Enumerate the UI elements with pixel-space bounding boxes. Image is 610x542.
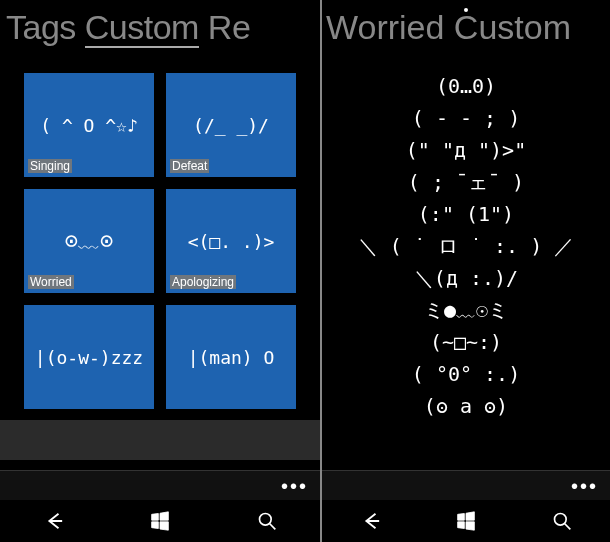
list-item[interactable]: (0…0) [322,70,610,102]
kaomoji-list: (0…0) ( - - ; ) (" "д ")>" ( ; ¯ェ¯ ) (:"… [322,70,610,422]
start-button[interactable] [446,501,486,541]
tile-apologizing[interactable]: <(□. .)> Apologizing [166,189,296,293]
emoticon: |(man) O [188,347,275,368]
list-item[interactable]: (~□~:) [322,326,610,358]
svg-line-3 [565,524,571,530]
list-item[interactable]: ミ●﹏☉ミ [322,294,610,326]
left-pane: Tags Custom Re ( ^ O ^☆♪ Singing (/_ _)/… [0,0,320,542]
tab-recent[interactable]: Re [199,8,250,46]
svg-line-1 [269,524,275,530]
app-bar[interactable]: ••• [0,470,320,500]
tile-worried[interactable]: ⊙﹏⊙ Worried [24,189,154,293]
windows-icon [456,511,476,531]
search-icon [552,511,572,531]
list-item[interactable]: ＼(д :.)/ [322,262,610,294]
tile-man[interactable]: |(man) O [166,305,296,409]
search-icon [257,511,277,531]
nav-bar-right [322,500,610,542]
emoticon: (/_ _)/ [193,115,269,136]
back-button[interactable] [350,501,390,541]
nav-bar [0,500,320,542]
list-item[interactable]: ( ; ¯ェ¯ ) [322,166,610,198]
svg-point-2 [555,514,567,526]
back-button[interactable] [33,501,73,541]
app-bar-right[interactable]: ••• [322,470,610,500]
list-item[interactable]: ＼ ( ˙ ロ ˙ :. ) ／ [322,230,610,262]
tile-label: Defeat [170,159,209,173]
tile-label: Singing [28,159,72,173]
list-item[interactable]: (:" (1") [322,198,610,230]
more-icon[interactable]: ••• [571,481,598,491]
search-button[interactable] [247,501,287,541]
status-dot [464,8,468,12]
emoticon: <(□. .)> [188,231,275,252]
start-button[interactable] [140,501,180,541]
tile-sleeping[interactable]: |(o-w-)zzz [24,305,154,409]
right-pane: Worried Custom (0…0) ( - - ; ) (" "д ")>… [322,0,610,542]
emoticon: ( ^ O ^☆♪ [40,115,138,136]
tile-grid: ( ^ O ^☆♪ Singing (/_ _)/ Defeat ⊙﹏⊙ Wor… [0,47,320,409]
tile-label: Apologizing [170,275,236,289]
more-icon[interactable]: ••• [281,481,308,491]
tile-singing[interactable]: ( ^ O ^☆♪ Singing [24,73,154,177]
tab-tags[interactable]: Tags [6,8,85,46]
emoticon: ⊙﹏⊙ [65,226,114,256]
fade-overlay [0,420,320,460]
tab-custom[interactable]: Custom [85,8,199,48]
back-icon [42,510,64,532]
header-tabs[interactable]: Tags Custom Re [0,0,320,47]
emoticon: |(o-w-)zzz [35,347,143,368]
search-button[interactable] [542,501,582,541]
list-item[interactable]: ( - - ; ) [322,102,610,134]
list-item[interactable]: (ʘ a ʘ) [322,390,610,422]
list-item[interactable]: (" "д ")>" [322,134,610,166]
tile-label: Worried [28,275,74,289]
back-icon [359,510,381,532]
svg-point-0 [259,514,271,526]
tile-defeat[interactable]: (/_ _)/ Defeat [166,73,296,177]
tab-custom-right[interactable]: Custom [444,8,571,46]
tab-worried[interactable]: Worried [326,8,444,46]
list-item[interactable]: ( °0° :.) [322,358,610,390]
windows-icon [150,511,170,531]
